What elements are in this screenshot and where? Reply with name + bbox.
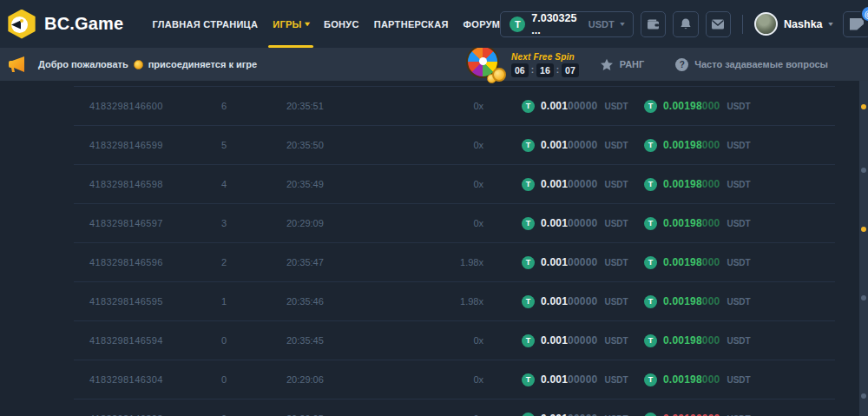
coin-icon (134, 60, 143, 69)
bet-amount: T 0.00100000 USDT (483, 373, 644, 386)
bcgame-logo-icon (7, 10, 36, 39)
bet-currency: USDT (604, 102, 628, 111)
bet-time: 20:29:06 (286, 374, 408, 385)
faq-label: Часто задаваемые вопросы (694, 59, 828, 69)
rank-label: РАНГ (620, 59, 645, 69)
table-row[interactable]: 4183298146598 4 20:35:49 0x T 0.00100000… (74, 164, 835, 203)
chat-icon (850, 18, 864, 30)
win-currency: USDT (727, 180, 750, 189)
tether-icon: T (522, 217, 535, 230)
next-free-spin[interactable]: Next Free Spin 06 : 16 : 07 (511, 52, 579, 77)
bet-id: 4183298146595 (74, 296, 221, 307)
win-currency: USDT (727, 141, 750, 150)
bell-icon (679, 17, 693, 31)
table-row[interactable]: 4183298146596 2 20:35:47 1.98x T 0.00100… (74, 242, 835, 281)
table-row[interactable]: 4183298146304 0 20:29:06 0x T 0.00100000… (74, 360, 835, 399)
nav-item-home[interactable]: ГЛАВНАЯ СТРАНИЦА (152, 0, 258, 48)
nav-item-games[interactable]: ИГРЫ▾ (273, 0, 309, 48)
win-currency: USDT (727, 336, 750, 346)
chat-emoji-fragment (861, 227, 866, 232)
tether-icon: T (522, 295, 535, 308)
round-number: 1 (221, 296, 286, 307)
announcement: Добро пожаловать присоединяется к игре (7, 54, 257, 75)
avatar (754, 12, 778, 36)
tether-icon: T (644, 413, 657, 416)
bet-amount: T 0.00100000 USDT (483, 334, 644, 347)
round-number: 3 (221, 218, 286, 228)
chat-toggle-button[interactable]: @ (843, 11, 868, 37)
bet-time: 20:35:45 (286, 335, 408, 346)
brand-name: BC.Game (44, 14, 123, 34)
tether-icon: T (522, 413, 535, 416)
tether-icon: T (644, 100, 657, 113)
nav-item-affiliate[interactable]: ПАРТНЕРСКАЯ (374, 0, 449, 48)
mail-icon (711, 18, 725, 30)
payout-multiplier: 0x (408, 218, 483, 228)
win-amount: T 0.00198000 USDT (644, 139, 805, 152)
chat-emoji-fragment (861, 104, 866, 109)
bet-id: 4183298146594 (74, 335, 221, 346)
chat-fragment (861, 168, 866, 173)
tether-icon: T (522, 256, 535, 269)
table-row[interactable]: 4183298146600 6 20:35:51 0x T 0.00100000… (74, 86, 835, 125)
nav-item-label: ФОРУМ (464, 19, 501, 30)
balance-selector[interactable]: T 7.030325 ... USDT ▾ (500, 11, 634, 37)
win-amount: T 0.00198000 USDT (644, 217, 805, 230)
win-amount: T 0.00198000 USDT (644, 100, 805, 113)
table-row[interactable]: 4183298146595 1 20:35:46 1.98x T 0.00100… (74, 281, 835, 320)
rank-link[interactable]: РАНГ (600, 58, 645, 71)
bet-time: 20:35:49 (286, 179, 408, 189)
nav-item-label: БОНУС (324, 19, 359, 30)
tether-icon: T (510, 17, 525, 32)
win-currency: USDT (727, 258, 750, 267)
tether-icon: T (644, 373, 657, 386)
faq-link[interactable]: ? Часто задаваемые вопросы (675, 58, 828, 71)
win-amount: T 0.00198000 USDT (644, 178, 805, 191)
round-number: 0 (221, 374, 286, 385)
brand-logo[interactable]: BC.Game (7, 10, 123, 39)
bet-amount: T 0.00100000 USDT (483, 139, 644, 152)
nav-item-bonus[interactable]: БОНУС (324, 0, 359, 48)
table-row[interactable]: 4183298146594 0 20:35:45 0x T 0.00100000… (74, 320, 835, 360)
user-menu[interactable]: Nashka ▾ (754, 12, 832, 36)
table-row[interactable]: 4183298146599 5 20:35:50 0x T 0.00100000… (74, 125, 835, 164)
bet-id: 4183298146597 (74, 218, 221, 228)
round-number: 0 (221, 335, 286, 346)
question-icon: ? (675, 58, 688, 71)
tether-icon: T (644, 139, 657, 152)
star-icon (600, 58, 614, 71)
tether-icon: T (644, 217, 657, 230)
table-row[interactable]: 4183298146303 0 20:29:05 0x T 0.00100000… (74, 399, 835, 416)
timer-hours: 06 (511, 63, 529, 77)
timer-separator: : (531, 65, 534, 75)
topbar: BC.Game ГЛАВНАЯ СТРАНИЦАИГРЫ▾БОНУСПАРТНЕ… (0, 0, 868, 48)
wallet-button[interactable] (641, 11, 666, 37)
welcome-text: Добро пожаловать (38, 59, 128, 69)
bet-id: 4183298146600 (74, 101, 221, 111)
bet-currency: USDT (604, 375, 628, 385)
win-currency: USDT (727, 102, 750, 111)
wallet-icon (646, 17, 661, 31)
bet-currency: USDT (604, 141, 628, 150)
balance-amount: 7.030325 ... (531, 12, 582, 36)
bet-currency: USDT (604, 258, 628, 267)
bet-currency: USDT (604, 297, 628, 307)
chevron-down-icon: ▾ (828, 21, 832, 28)
bet-time: 20:35:51 (286, 101, 408, 111)
tether-icon: T (644, 178, 657, 191)
notifications-button[interactable] (673, 11, 698, 37)
bet-amount: T 0.00100000 USDT (483, 178, 644, 191)
nav-item-forum[interactable]: ФОРУМ (464, 0, 501, 48)
bet-id: 4183298146596 (74, 257, 221, 267)
chevron-down-icon: ▾ (620, 21, 624, 28)
game-content: 4183298146600 6 20:35:51 0x T 0.00100000… (0, 81, 868, 416)
table-row[interactable]: 4183298146597 3 20:29:09 0x T 0.00100000… (74, 203, 835, 242)
tether-icon: T (522, 178, 535, 191)
topbar-right: T 7.030325 ... USDT ▾ (500, 11, 868, 37)
win-amount: T 0.00198000 USDT (644, 373, 805, 386)
chat-panel-edge (859, 81, 868, 416)
messages-button[interactable] (706, 11, 731, 37)
bet-time: 20:29:09 (286, 218, 408, 228)
chat-fragment (861, 295, 866, 300)
free-spin-wheel[interactable] (466, 45, 506, 82)
